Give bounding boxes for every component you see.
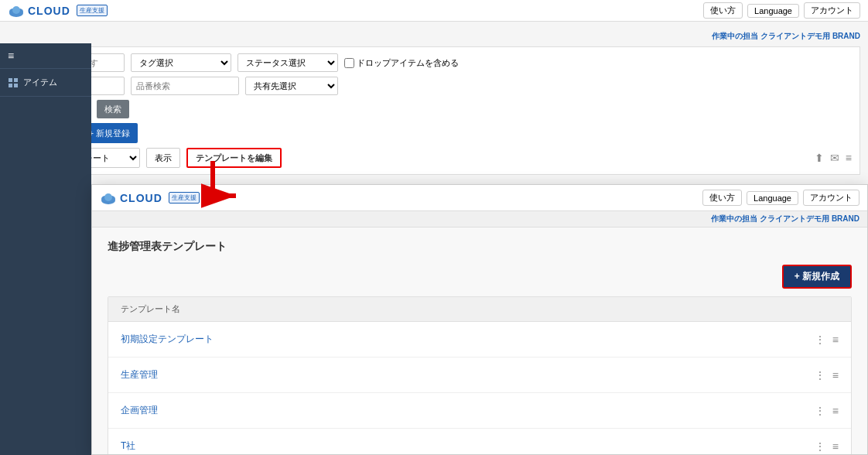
account-button[interactable]: アカウント [804,2,860,19]
top-bar: CLOUD 生産支援 使い方 Language アカウント [0,0,868,22]
status-select[interactable]: ステータス選択 [238,53,338,72]
filter-row-1: タグ選択 ステータス選択 ドロップアイテムを含める [16,53,852,72]
dots-menu-icon-2[interactable]: ⋮ [815,405,826,417]
svg-rect-6 [14,78,18,82]
notif-bar: 作業中の担当 クライアントデモ用 BRAND [8,29,860,43]
dots-menu-icon-3[interactable]: ⋮ [815,440,826,453]
row-actions-0: ⋮ ≡ [815,334,839,346]
cloud-icon [8,5,25,17]
table-row: T社 ⋮ ≡ [108,429,851,454]
left-sidebar: ≡ アイテム [0,43,91,455]
fg-top-actions: 使い方 Language アカウント [702,190,859,206]
template-table: テンプレート名 初期設定テンプレート ⋮ ≡ 生産管理 ⋮ ≡ [108,296,852,454]
table-row: 生産管理 ⋮ ≡ [108,358,851,393]
item-icon [8,77,19,88]
fg-new-btn-row: + 新規作成 [108,265,852,289]
tag-select[interactable]: タグ選択 [131,53,231,72]
template-link-1[interactable]: 生産管理 [121,368,158,381]
top-bar-actions: 使い方 Language アカウント [703,2,860,19]
hamburger-icon[interactable]: ≡ [0,43,91,69]
filter-section: タグ選択 ステータス選択 ドロップアイテムを含める 共有先選択 検索 [8,46,860,175]
fg-cloud-icon [100,192,117,204]
toolbar-right-icons: ⬆ ✉ ≡ [815,152,852,164]
sidebar-item-items[interactable]: アイテム [0,69,91,97]
logo-text: CLOUD [28,5,70,17]
fg-page-title: 進捗管理表テンプレート [108,240,852,254]
lines-icon-0[interactable]: ≡ [832,334,839,346]
filter-row-3: 検索 [16,100,852,118]
cloud-svg [8,5,25,17]
upload-icon[interactable]: ⬆ [815,152,824,164]
red-arrow-svg [201,157,248,219]
template-row: 初期設定テンプレート 表示 テンプレートを編集 ⬆ ✉ ≡ [16,148,852,168]
row-actions-3: ⋮ ≡ [815,440,839,453]
template-table-header: テンプレート名 [108,297,851,322]
language-button[interactable]: Language [747,4,799,18]
filter-row-2: 共有先選択 [16,77,852,95]
search-button[interactable]: 検索 [97,100,129,118]
table-row: 初期設定テンプレート ⋮ ≡ [108,322,851,358]
row-actions-2: ⋮ ≡ [815,405,839,417]
item-num-input[interactable] [131,77,239,95]
filter-icon[interactable]: ≡ [846,152,852,164]
fg-content: 進捗管理表テンプレート + 新規作成 テンプレート名 初期設定テンプレート ⋮ … [92,228,867,454]
fg-logo-text: CLOUD [120,192,162,204]
fg-panel: CLOUD 生産支援 使い方 Language アカウント 作業中の担当 クライ… [91,184,868,455]
help-button[interactable]: 使い方 [703,2,743,19]
fg-cloud-svg [100,192,117,204]
svg-rect-7 [9,84,12,87]
lines-icon-3[interactable]: ≡ [832,440,839,453]
dots-menu-icon-1[interactable]: ⋮ [815,369,826,381]
template-link-0[interactable]: 初期設定テンプレート [121,333,214,346]
lines-icon-2[interactable]: ≡ [832,405,839,417]
filter-row-4: △ CSV出力 + 新規登録 [16,123,852,143]
svg-rect-8 [14,84,18,87]
drop-items-checkbox-label[interactable]: ドロップアイテムを含める [344,57,459,69]
dots-menu-icon-0[interactable]: ⋮ [815,334,826,346]
lines-icon-1[interactable]: ≡ [832,369,839,381]
svg-rect-5 [9,78,12,82]
table-row: 企画管理 ⋮ ≡ [108,393,851,429]
svg-point-12 [104,193,112,201]
logo-area: CLOUD 生産支援 [8,5,108,17]
drop-items-checkbox[interactable] [344,58,354,68]
new-create-button[interactable]: + 新規作成 [782,265,852,289]
row-actions-1: ⋮ ≡ [815,369,839,381]
fg-language-button[interactable]: Language [747,191,798,205]
share-select[interactable]: 共有先選択 [245,77,338,95]
fg-logo-badge: 生産支援 [169,192,200,204]
logo-badge: 生産支援 [77,5,108,16]
display-button[interactable]: 表示 [146,148,180,168]
mail-icon[interactable]: ✉ [830,152,839,164]
template-link-2[interactable]: 企画管理 [121,404,158,417]
fg-logo-area: CLOUD 生産支援 [100,192,200,204]
fg-help-button[interactable]: 使い方 [702,190,742,206]
template-link-3[interactable]: T社 [121,440,135,453]
arrow-container [201,157,248,221]
svg-point-3 [12,6,20,14]
fg-account-button[interactable]: アカウント [803,190,859,206]
